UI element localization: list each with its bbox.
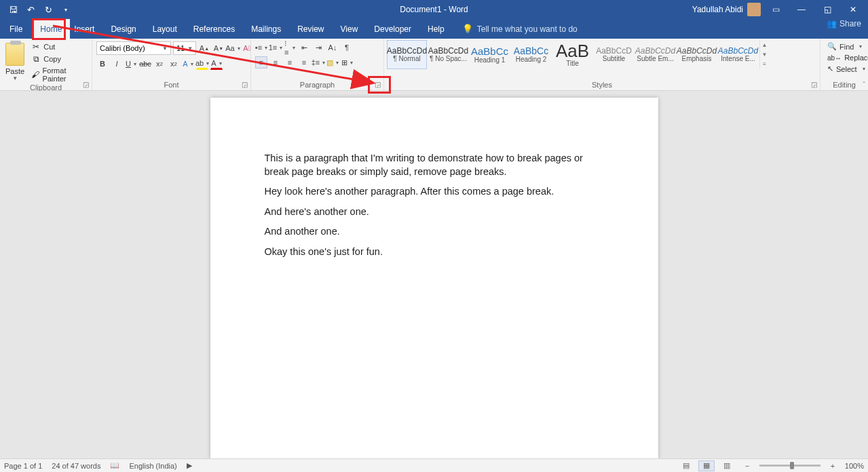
paintbrush-icon: 🖌 bbox=[31, 70, 39, 79]
paragraph[interactable]: Hey look here's another paragraph. After… bbox=[265, 185, 604, 199]
style-label: Heading 1 bbox=[474, 56, 506, 64]
style-label: Title bbox=[566, 60, 579, 67]
annotation-arrow bbox=[48, 20, 394, 95]
undo-button[interactable]: ↶ bbox=[23, 2, 38, 17]
search-icon: 🔍 bbox=[827, 42, 837, 51]
style-label: Emphasis bbox=[682, 55, 712, 62]
document-page[interactable]: This is a paragraph that I'm writing to … bbox=[210, 98, 658, 458]
tell-me-label: Tell me what you want to do bbox=[477, 24, 578, 34]
style-label: ¶ No Spac... bbox=[430, 55, 467, 62]
style-item[interactable]: AaBbCcHeading 1 bbox=[470, 40, 510, 69]
avatar[interactable] bbox=[747, 3, 761, 16]
maximize-button[interactable]: ◱ bbox=[816, 2, 838, 17]
select-button[interactable]: ↖Select▾ bbox=[826, 64, 867, 74]
minimize-button[interactable]: — bbox=[791, 2, 812, 17]
style-item[interactable]: AaBbCcDd¶ No Spac... bbox=[428, 40, 468, 69]
language-indicator[interactable]: English (India) bbox=[129, 462, 176, 470]
zoom-out-button[interactable]: − bbox=[739, 460, 755, 471]
style-preview: AaBbCc bbox=[471, 46, 508, 56]
tell-me-search[interactable]: 💡 Tell me what you want to do bbox=[462, 19, 578, 39]
ribbon-display-options-button[interactable]: ▭ bbox=[765, 2, 787, 17]
chevron-down-icon: ▾ bbox=[863, 66, 865, 72]
web-layout-button[interactable]: ▥ bbox=[719, 460, 735, 471]
style-label: ¶ Normal bbox=[393, 55, 420, 62]
style-item[interactable]: AaBbCcDdSubtle Em... bbox=[635, 40, 675, 69]
group-label-editing: Editing bbox=[820, 81, 868, 90]
share-button[interactable]: 👥 Share bbox=[827, 19, 861, 28]
paste-icon bbox=[5, 43, 24, 66]
word-count[interactable]: 24 of 47 words bbox=[52, 462, 100, 470]
style-item[interactable]: AaBbCcDdIntense E... bbox=[718, 40, 758, 69]
close-button[interactable]: ✕ bbox=[842, 2, 864, 17]
macro-icon[interactable]: ▶ bbox=[187, 461, 192, 470]
style-preview: AaBbCcDd bbox=[718, 47, 758, 55]
style-preview: AaBbCcDd bbox=[428, 47, 468, 55]
title-bar: 🖫 ↶ ↻ ▾ Document1 - Word Yadullah Abidi … bbox=[0, 0, 868, 19]
document-area: This is a paragraph that I'm writing to … bbox=[0, 91, 868, 458]
collapse-ribbon-button[interactable]: ˇ bbox=[863, 81, 865, 89]
quick-access-toolbar: 🖫 ↶ ↻ ▾ bbox=[0, 2, 73, 17]
status-bar: Page 1 of 1 24 of 47 words 📖 English (In… bbox=[0, 458, 868, 472]
print-layout-button[interactable]: ▦ bbox=[698, 460, 715, 471]
style-preview: AaBbCc bbox=[514, 46, 548, 56]
cursor-icon: ↖ bbox=[827, 64, 833, 73]
qat-customize-button[interactable]: ▾ bbox=[58, 2, 73, 17]
style-preview: AaBbCcDd bbox=[635, 47, 675, 55]
styles-more-button[interactable]: ≡ bbox=[760, 60, 769, 69]
style-item[interactable]: AaBbCcDdEmphasis bbox=[677, 40, 717, 69]
replace-icon: ab↔ bbox=[827, 54, 842, 62]
paragraph[interactable]: And another one. bbox=[265, 225, 604, 239]
style-preview: AaB bbox=[556, 42, 589, 60]
paragraph[interactable]: And here's another one. bbox=[265, 205, 604, 219]
read-mode-button[interactable]: ▤ bbox=[678, 460, 694, 471]
zoom-level[interactable]: 100% bbox=[845, 462, 864, 470]
paragraph[interactable]: Okay this one's just for fun. bbox=[265, 245, 604, 259]
style-preview: AaBbCcDd bbox=[677, 47, 717, 55]
paste-button[interactable]: Paste ▼ bbox=[4, 41, 26, 81]
group-label-styles: Styles bbox=[384, 81, 820, 90]
paragraph[interactable]: This is a paragraph that I'm writing to … bbox=[265, 152, 604, 178]
user-name: Yadullah Abidi bbox=[692, 5, 743, 14]
chevron-down-icon: ▼ bbox=[12, 75, 18, 81]
find-button[interactable]: 🔍Find▾ bbox=[826, 41, 863, 52]
share-icon: 👥 bbox=[827, 19, 837, 28]
save-button[interactable]: 🖫 bbox=[5, 2, 20, 17]
paste-label: Paste bbox=[5, 67, 24, 75]
style-item[interactable]: AaBbCcHeading 2 bbox=[511, 40, 551, 69]
tab-file[interactable]: File bbox=[0, 19, 32, 39]
lightbulb-icon: 💡 bbox=[462, 24, 473, 34]
share-label: Share bbox=[839, 19, 861, 28]
zoom-in-button[interactable]: + bbox=[825, 460, 841, 471]
tab-help[interactable]: Help bbox=[419, 19, 453, 39]
page-indicator[interactable]: Page 1 of 1 bbox=[4, 462, 42, 470]
group-styles: AaBbCcDd¶ NormalAaBbCcDd¶ No Spac...AaBb… bbox=[384, 39, 820, 90]
styles-launcher[interactable]: ◲ bbox=[809, 79, 818, 89]
style-label: Subtitle bbox=[603, 55, 625, 62]
scissors-icon: ✂ bbox=[31, 42, 41, 52]
zoom-slider[interactable] bbox=[759, 465, 820, 467]
redo-button[interactable]: ↻ bbox=[41, 2, 56, 17]
styles-scroll: ▲▼≡ bbox=[759, 40, 769, 69]
document-title: Document1 - Word bbox=[400, 5, 468, 14]
style-label: Intense E... bbox=[721, 55, 755, 62]
chevron-down-icon: ▾ bbox=[859, 43, 862, 50]
style-preview: AaBbCcD bbox=[596, 47, 632, 55]
style-label: Heading 2 bbox=[516, 56, 547, 63]
copy-icon: ⧉ bbox=[31, 54, 41, 64]
styles-scroll-up[interactable]: ▲ bbox=[760, 40, 769, 50]
style-item[interactable]: AaBTitle bbox=[552, 40, 592, 69]
spellcheck-icon[interactable]: 📖 bbox=[110, 461, 119, 470]
svg-line-0 bbox=[53, 26, 372, 83]
group-editing: 🔍Find▾ ab↔Replace ↖Select▾ Editing bbox=[820, 39, 868, 90]
style-label: Subtle Em... bbox=[637, 55, 673, 62]
styles-scroll-down[interactable]: ▼ bbox=[760, 50, 769, 59]
style-item[interactable]: AaBbCcDSubtitle bbox=[594, 40, 634, 69]
replace-button[interactable]: ab↔Replace bbox=[826, 53, 868, 62]
